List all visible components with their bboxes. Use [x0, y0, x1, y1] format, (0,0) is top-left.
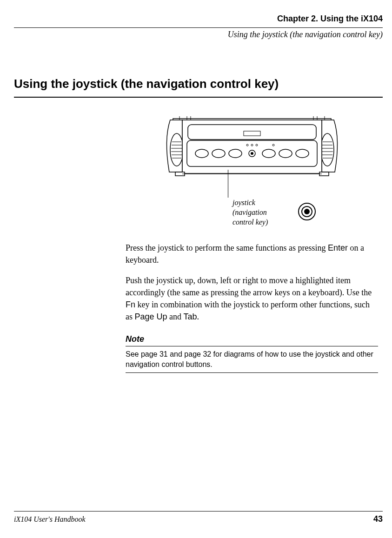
content-area: joystick (navigation control key) Press …	[126, 116, 378, 373]
joystick-icon	[298, 202, 316, 221]
key-fn: Fn	[126, 300, 135, 309]
svg-rect-17	[244, 131, 260, 136]
footer-page-number: 43	[373, 514, 383, 524]
device-figure: joystick (navigation control key)	[126, 116, 378, 242]
callout-text-line1: joystick	[233, 198, 268, 208]
text: Press the joystick to perform the same f…	[126, 243, 328, 252]
svg-point-21	[229, 149, 242, 158]
key-tab: Tab	[184, 312, 197, 321]
svg-point-20	[212, 149, 225, 158]
note-heading: Note	[126, 334, 378, 344]
heading-rule	[14, 97, 383, 98]
footer-book-title: iX104 User's Handbook	[14, 515, 86, 524]
callout-leader-line	[228, 170, 228, 198]
text: .	[197, 312, 199, 321]
paragraph-1: Press the joystick to perform the same f…	[126, 242, 378, 266]
main-heading: Using the joystick (the navigation contr…	[14, 77, 383, 91]
text: Push the joystick up, down, left or righ…	[126, 276, 372, 297]
callout-label: joystick (navigation control key)	[233, 198, 268, 227]
footer-rule	[14, 511, 383, 511]
note-rule-top	[126, 346, 378, 346]
text: and	[167, 312, 184, 321]
svg-point-19	[195, 149, 208, 158]
svg-point-30	[296, 149, 309, 158]
chapter-title: Chapter 2. Using the iX104	[14, 14, 383, 24]
svg-point-28	[262, 149, 275, 158]
note-rule-bottom	[126, 372, 378, 373]
note-text: See page 31 and page 32 for diagrams of …	[126, 349, 378, 370]
section-subtitle: Using the joystick (the navigation contr…	[14, 30, 383, 40]
svg-point-29	[279, 149, 292, 158]
key-enter: Enter	[328, 243, 348, 252]
callout-text-line3: control key)	[233, 218, 268, 227]
svg-point-23	[251, 152, 253, 155]
svg-point-42	[304, 209, 310, 214]
callout-text-line2: (navigation	[233, 208, 268, 218]
page-footer: iX104 User's Handbook 43	[14, 511, 383, 524]
paragraph-2: Push the joystick up, down, left or righ…	[126, 274, 378, 323]
device-illustration	[159, 116, 345, 186]
page-header: Chapter 2. Using the iX104	[14, 14, 383, 24]
header-rule	[14, 27, 383, 28]
key-pageup: Page Up	[135, 312, 167, 321]
